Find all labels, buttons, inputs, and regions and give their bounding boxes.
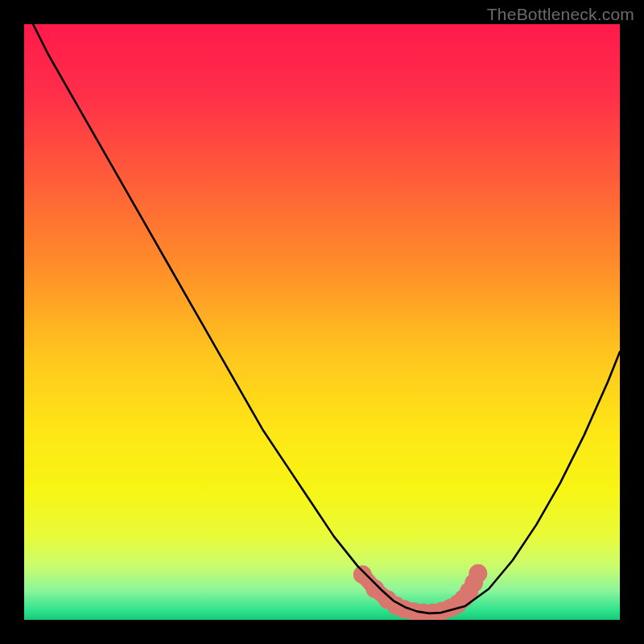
sweet-spot-point (353, 565, 372, 584)
sweet-spot-point (469, 564, 487, 583)
watermark-label: TheBottleneck.com (487, 5, 634, 24)
frame: TheBottleneck.com (0, 0, 644, 644)
plot-area (24, 24, 620, 620)
bottleneck-chart (24, 24, 620, 620)
